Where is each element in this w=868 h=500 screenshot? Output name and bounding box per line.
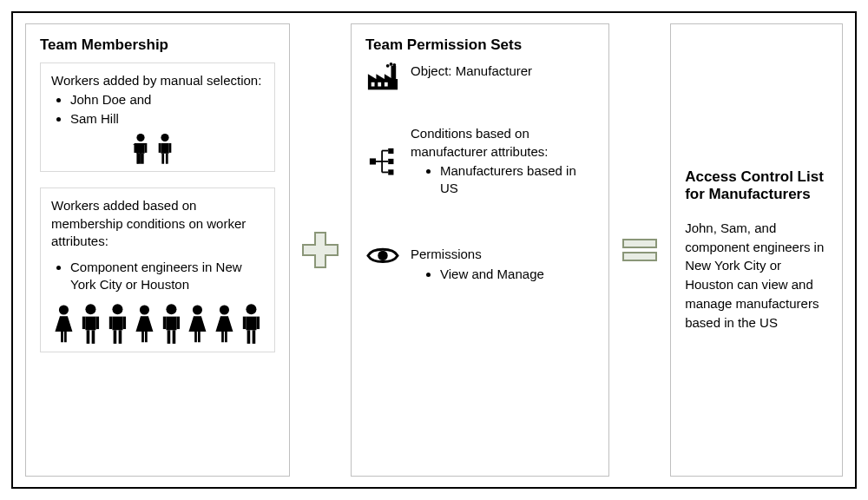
svg-rect-39 (257, 316, 260, 328)
svg-rect-58 (623, 240, 656, 247)
svg-rect-56 (388, 170, 393, 175)
svg-rect-16 (92, 330, 95, 344)
svg-rect-22 (118, 330, 122, 344)
acl-title: Access Control List for Manufacturers (685, 168, 828, 203)
svg-point-33 (220, 305, 229, 314)
svg-rect-38 (243, 316, 247, 328)
factory-icon (366, 62, 399, 90)
svg-rect-2 (137, 154, 140, 164)
condition-selection-box: Workers added based on membership condit… (40, 188, 275, 352)
svg-rect-46 (378, 82, 381, 87)
svg-point-57 (378, 251, 387, 260)
svg-rect-4 (135, 143, 137, 153)
svg-rect-1 (136, 143, 144, 154)
object-label: Object: Manufacturer (411, 62, 532, 80)
permissions-row: Permissions View and Manage (365, 246, 595, 283)
svg-rect-45 (372, 82, 375, 87)
svg-rect-11 (169, 143, 172, 153)
svg-rect-14 (85, 316, 95, 330)
svg-rect-36 (247, 330, 251, 344)
person-icon (132, 303, 157, 345)
svg-rect-17 (82, 316, 86, 328)
svg-rect-54 (388, 148, 393, 154)
person-icon (159, 303, 184, 345)
svg-point-13 (85, 304, 95, 314)
team-membership-title: Team Membership (40, 36, 275, 54)
list-item: View and Manage (440, 266, 544, 283)
svg-rect-41 (391, 66, 396, 81)
acl-body: John, Sam, and component engineers in Ne… (685, 219, 828, 332)
svg-rect-7 (161, 143, 168, 154)
eye-icon (366, 246, 399, 266)
panel-permission-sets: Team Permission Sets Object: Manufacture… (351, 23, 609, 477)
condition-selection-intro: Workers added based on membership condit… (51, 197, 264, 250)
person-icon (131, 133, 150, 165)
list-item: Sam Hill (70, 110, 264, 128)
svg-point-19 (112, 304, 122, 314)
svg-point-12 (59, 305, 69, 314)
conditions-list: Manufacturers based in US (411, 162, 595, 198)
svg-rect-15 (87, 330, 90, 344)
svg-point-43 (390, 62, 393, 66)
list-item: Component engineers in New York City or … (70, 259, 264, 294)
svg-rect-21 (113, 330, 116, 344)
person-icon (51, 303, 76, 345)
manual-people-icons (51, 133, 264, 165)
svg-rect-3 (141, 154, 144, 164)
svg-point-44 (392, 63, 396, 67)
svg-rect-18 (95, 316, 99, 328)
person-icon (105, 303, 130, 345)
svg-rect-59 (623, 253, 656, 260)
conditions-intro: Conditions based on manufacturer attribu… (411, 125, 595, 161)
person-icon (212, 303, 237, 345)
svg-rect-9 (166, 154, 168, 164)
permission-sets-title: Team Permission Sets (365, 36, 595, 54)
panel-team-membership: Team Membership Workers added by manual … (25, 23, 290, 477)
panel-acl: Access Control List for Manufacturers Jo… (670, 23, 843, 477)
svg-rect-10 (159, 143, 161, 153)
svg-rect-31 (176, 316, 180, 328)
manual-selection-box: Workers added by manual selection: John … (40, 62, 275, 172)
svg-point-26 (166, 304, 176, 314)
permissions-label: Permissions (411, 246, 544, 263)
object-row: Object: Manufacturer (365, 62, 595, 90)
list-item: John Doe and (70, 91, 264, 109)
condition-people-icons (51, 303, 264, 345)
svg-rect-28 (167, 330, 170, 344)
equals-icon (620, 230, 660, 270)
svg-point-6 (161, 134, 168, 141)
conditions-row: Conditions based on manufacturer attribu… (365, 125, 595, 197)
manual-selection-intro: Workers added by manual selection: (51, 72, 264, 89)
svg-rect-8 (161, 154, 164, 164)
plus-icon (300, 230, 340, 270)
condition-selection-list: Component engineers in New York City or … (51, 259, 264, 294)
svg-rect-35 (247, 316, 257, 330)
diagram-frame: Team Membership Workers added by manual … (11, 11, 857, 489)
list-item: Manufacturers based in US (440, 162, 595, 198)
svg-rect-30 (162, 316, 166, 328)
svg-rect-20 (112, 316, 122, 330)
svg-point-25 (140, 305, 149, 314)
svg-point-32 (193, 305, 202, 314)
svg-rect-48 (370, 159, 376, 165)
svg-rect-47 (385, 82, 388, 87)
svg-point-0 (136, 134, 144, 141)
svg-rect-24 (122, 316, 126, 328)
svg-rect-27 (166, 316, 176, 330)
person-icon (185, 303, 210, 345)
svg-rect-55 (388, 159, 393, 164)
person-icon (155, 133, 174, 165)
svg-rect-23 (109, 316, 113, 328)
person-icon (239, 303, 264, 345)
svg-point-34 (247, 304, 257, 314)
hierarchy-icon (369, 148, 397, 175)
permissions-list: View and Manage (411, 266, 544, 283)
svg-rect-37 (253, 330, 256, 344)
svg-rect-29 (172, 330, 175, 344)
manual-selection-list: John Doe and Sam Hill (51, 91, 264, 128)
svg-rect-5 (145, 143, 148, 153)
person-icon (78, 303, 103, 345)
svg-point-42 (386, 64, 390, 68)
